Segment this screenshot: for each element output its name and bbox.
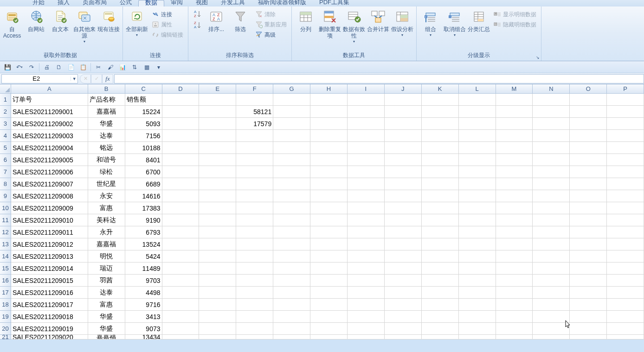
sort-button[interactable]: AZZA 排序... bbox=[204, 7, 228, 32]
cell-G6[interactable] bbox=[273, 154, 310, 166]
column-header-F[interactable]: F bbox=[236, 84, 273, 94]
cell-B10[interactable]: 富惠 bbox=[88, 202, 125, 214]
cell-J3[interactable] bbox=[385, 118, 422, 130]
cell-B9[interactable]: 永安 bbox=[88, 190, 125, 202]
cell-O11[interactable] bbox=[570, 214, 607, 226]
cell-O3[interactable] bbox=[570, 118, 607, 130]
cell-P8[interactable] bbox=[607, 178, 644, 190]
cell-J18[interactable] bbox=[385, 299, 422, 311]
cell-K12[interactable] bbox=[422, 226, 459, 238]
text-to-columns-button[interactable]: 分列 bbox=[294, 7, 318, 32]
cell-K2[interactable] bbox=[422, 106, 459, 118]
cell-P18[interactable] bbox=[607, 299, 644, 311]
cell-L18[interactable] bbox=[459, 299, 496, 311]
cell-O6[interactable] bbox=[570, 154, 607, 166]
filter-button[interactable]: 筛选 bbox=[228, 7, 252, 32]
delete-row-icon[interactable]: ✂ bbox=[94, 63, 103, 72]
cell-J6[interactable] bbox=[385, 154, 422, 166]
fx-icon[interactable]: fx bbox=[102, 74, 113, 83]
cell-N7[interactable] bbox=[533, 166, 570, 178]
cell-A2[interactable]: SALES20211209001 bbox=[11, 106, 88, 118]
cell-P3[interactable] bbox=[607, 118, 644, 130]
cell-F1[interactable] bbox=[236, 94, 273, 106]
cell-F16[interactable] bbox=[236, 275, 273, 287]
cell-E4[interactable] bbox=[199, 130, 236, 142]
cell-A7[interactable]: SALES20211209006 bbox=[11, 166, 88, 178]
cell-O9[interactable] bbox=[570, 190, 607, 202]
cell-N8[interactable] bbox=[533, 178, 570, 190]
cell-M7[interactable] bbox=[496, 166, 533, 178]
cell-G12[interactable] bbox=[273, 226, 310, 238]
cell-N12[interactable] bbox=[533, 226, 570, 238]
cell-M6[interactable] bbox=[496, 154, 533, 166]
cell-F18[interactable] bbox=[236, 299, 273, 311]
cell-H16[interactable] bbox=[310, 275, 348, 287]
cell-A16[interactable]: SALES20211209015 bbox=[11, 275, 88, 287]
spreadsheet-grid[interactable]: ABCDEFGHIJKLMNOP 1订单号产品名称销售额2SALES202112… bbox=[0, 84, 644, 339]
cell-P1[interactable] bbox=[607, 94, 644, 106]
cell-C18[interactable]: 9716 bbox=[125, 299, 162, 311]
cell-H4[interactable] bbox=[310, 130, 348, 142]
cell-K5[interactable] bbox=[422, 142, 459, 154]
cell-L6[interactable] bbox=[459, 154, 496, 166]
cell-M18[interactable] bbox=[496, 299, 533, 311]
cell-M3[interactable] bbox=[496, 118, 533, 130]
cell-O4[interactable] bbox=[570, 130, 607, 142]
cell-H13[interactable] bbox=[310, 238, 348, 250]
cell-P15[interactable] bbox=[607, 262, 644, 275]
cell-N20[interactable] bbox=[533, 323, 570, 335]
column-header-L[interactable]: L bbox=[459, 84, 496, 94]
cell-J10[interactable] bbox=[385, 202, 422, 214]
column-header-D[interactable]: D bbox=[162, 84, 200, 94]
cell-D13[interactable] bbox=[162, 238, 200, 250]
column-header-O[interactable]: O bbox=[570, 84, 607, 94]
cell-G7[interactable] bbox=[273, 166, 310, 178]
cell-K17[interactable] bbox=[422, 287, 459, 299]
cell-J15[interactable] bbox=[385, 262, 422, 275]
cell-C11[interactable]: 9190 bbox=[125, 214, 162, 226]
cell-A5[interactable]: SALES20211209004 bbox=[11, 142, 88, 154]
cell-L17[interactable] bbox=[459, 287, 496, 299]
cell-I7[interactable] bbox=[348, 166, 385, 178]
cell-L16[interactable] bbox=[459, 275, 496, 287]
cell-D4[interactable] bbox=[162, 130, 200, 142]
cell-A4[interactable]: SALES20211209003 bbox=[11, 130, 88, 142]
cell-B6[interactable]: 和谐号 bbox=[88, 154, 125, 166]
cell-A12[interactable]: SALES20211209011 bbox=[11, 226, 88, 238]
cell-C6[interactable]: 8401 bbox=[125, 154, 162, 166]
cell-L21[interactable] bbox=[459, 335, 496, 339]
cell-I1[interactable] bbox=[348, 94, 385, 106]
cell-H14[interactable] bbox=[310, 250, 348, 262]
cell-G9[interactable] bbox=[273, 190, 310, 202]
tab-数据[interactable]: 数据 bbox=[138, 0, 164, 6]
edit-links-button[interactable]: 编辑链接 bbox=[149, 30, 186, 40]
cell-M13[interactable] bbox=[496, 238, 533, 250]
cell-D9[interactable] bbox=[162, 190, 200, 202]
format-painter-icon[interactable]: 🖌 bbox=[106, 63, 115, 72]
cell-C9[interactable]: 14616 bbox=[125, 190, 162, 202]
row-header-1[interactable]: 1 bbox=[0, 94, 11, 106]
cell-G11[interactable] bbox=[273, 214, 310, 226]
cell-E13[interactable] bbox=[199, 238, 236, 250]
cell-M1[interactable] bbox=[496, 94, 533, 106]
cell-E20[interactable] bbox=[199, 323, 236, 335]
cell-O17[interactable] bbox=[570, 287, 607, 299]
cell-A9[interactable]: SALES20211209008 bbox=[11, 190, 88, 202]
cell-H3[interactable] bbox=[310, 118, 348, 130]
cell-A19[interactable]: SALES20211209018 bbox=[11, 311, 88, 323]
column-header-G[interactable]: G bbox=[273, 84, 310, 94]
cell-K16[interactable] bbox=[422, 275, 459, 287]
tab-开发工具[interactable]: 开发工具 bbox=[214, 0, 251, 6]
cell-I5[interactable] bbox=[348, 142, 385, 154]
cell-J13[interactable] bbox=[385, 238, 422, 250]
cell-P16[interactable] bbox=[607, 275, 644, 287]
cell-H20[interactable] bbox=[310, 323, 348, 335]
chart-icon[interactable]: 📊 bbox=[118, 63, 127, 72]
properties-button[interactable]: 属性 bbox=[149, 19, 186, 30]
tab-插入[interactable]: 插入 bbox=[51, 0, 76, 6]
cell-L7[interactable] bbox=[459, 166, 496, 178]
cell-O15[interactable] bbox=[570, 262, 607, 275]
cell-K18[interactable] bbox=[422, 299, 459, 311]
cell-J5[interactable] bbox=[385, 142, 422, 154]
table-icon[interactable]: ▦ bbox=[142, 63, 151, 72]
